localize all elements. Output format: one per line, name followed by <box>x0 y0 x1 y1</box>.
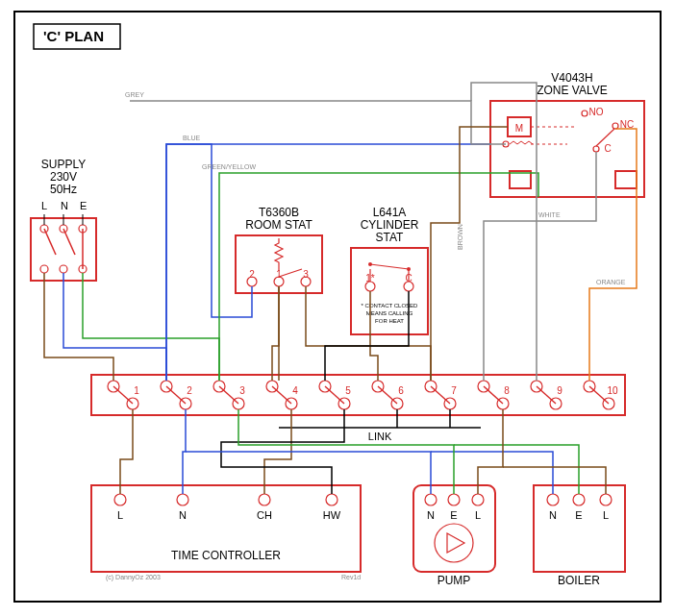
svg-point-110 <box>600 494 612 505</box>
svg-text:2: 2 <box>249 269 255 280</box>
svg-point-39 <box>612 123 618 129</box>
copyright-text: (c) DannyOz 2003 <box>106 574 161 581</box>
svg-text:1: 1 <box>276 269 282 280</box>
svg-point-103 <box>472 494 484 505</box>
supply-label: SUPPLY <box>41 158 86 171</box>
cyl-stat-label2: STAT <box>376 231 405 244</box>
svg-text:BROWN: BROWN <box>457 224 463 250</box>
room-stat-label: ROOM STAT <box>245 218 312 232</box>
svg-text:N: N <box>179 509 187 521</box>
boiler-label: BOILER <box>558 574 600 587</box>
svg-text:MEANS CALLING: MEANS CALLING <box>366 310 413 316</box>
svg-text:N: N <box>549 509 557 521</box>
svg-text:E: E <box>575 509 582 521</box>
svg-rect-46 <box>91 375 625 415</box>
svg-text:M: M <box>515 123 523 134</box>
svg-text:L: L <box>475 509 481 521</box>
svg-text:L: L <box>603 509 609 521</box>
svg-text:GREY: GREY <box>125 91 144 98</box>
svg-point-94 <box>259 494 270 505</box>
diagram-title: 'C' PLAN <box>43 28 104 44</box>
link-label: LINK <box>368 431 392 442</box>
svg-point-3 <box>40 265 48 273</box>
svg-text:3: 3 <box>303 269 309 280</box>
svg-text:FOR HEAT: FOR HEAT <box>375 318 404 324</box>
svg-point-101 <box>425 494 437 505</box>
svg-text:NO: NO <box>589 107 604 117</box>
zone-valve-model: V4043H <box>551 71 592 85</box>
svg-text:8: 8 <box>504 385 510 396</box>
svg-rect-45 <box>615 171 637 188</box>
svg-text:E: E <box>450 509 457 521</box>
svg-text:10: 10 <box>607 385 618 396</box>
svg-text:1: 1 <box>134 385 139 396</box>
svg-point-108 <box>547 494 559 505</box>
time-controller-block: L N CH HW TIME CONTROLLER <box>91 485 361 572</box>
room-stat-model: T6360B <box>259 206 299 219</box>
svg-text:C: C <box>604 143 611 154</box>
pump-block: N E L PUMP <box>413 485 495 587</box>
supply-block: SUPPLY 230V 50Hz L N E <box>31 158 96 281</box>
svg-point-4 <box>60 265 67 273</box>
svg-text:L: L <box>117 509 123 521</box>
pump-label: PUMP <box>438 574 471 587</box>
cylinder-stat-block: L641A CYLINDER STAT 1* C * CONTACT CLOSE… <box>351 206 428 334</box>
svg-text:WHITE: WHITE <box>538 211 561 218</box>
room-stat-block: T6360B ROOM STAT 2 1 3 <box>236 206 322 293</box>
wiring-diagram: 'C' PLAN SUPPLY 230V 50Hz L N E T6360B R… <box>0 0 675 616</box>
svg-text:5: 5 <box>345 385 351 396</box>
svg-point-41 <box>593 146 599 152</box>
wire-supply-l-t1 <box>44 273 113 381</box>
svg-point-109 <box>573 494 585 505</box>
zone-valve-block: V4043H ZONE VALVE M NO NC C <box>490 71 644 197</box>
svg-text:3: 3 <box>239 385 245 396</box>
supply-term-l: L <box>41 200 47 211</box>
revision-text: Rev1d <box>341 574 361 580</box>
svg-point-27 <box>368 262 372 266</box>
svg-text:N: N <box>427 509 435 521</box>
wire-supply-n-t2 <box>63 273 166 381</box>
svg-text:2: 2 <box>187 385 192 396</box>
cyl-stat-label: CYLINDER <box>361 218 419 232</box>
svg-point-102 <box>448 494 460 505</box>
svg-text:ORANGE: ORANGE <box>596 279 626 285</box>
terminal-strip <box>91 375 625 415</box>
svg-text:GREEN/YELLOW: GREEN/YELLOW <box>202 163 256 170</box>
svg-text:6: 6 <box>398 385 404 396</box>
supply-term-n: N <box>61 200 68 211</box>
cyl-stat-model: L641A <box>373 206 407 219</box>
time-controller-label: TIME CONTROLLER <box>171 549 281 562</box>
svg-text:4: 4 <box>292 385 298 396</box>
supply-hz: 50Hz <box>50 183 77 196</box>
svg-text:7: 7 <box>451 385 457 396</box>
svg-point-93 <box>177 494 188 505</box>
boiler-block: N E L BOILER <box>534 485 625 587</box>
svg-point-95 <box>326 494 338 505</box>
svg-text:BLUE: BLUE <box>183 135 201 141</box>
supply-term-e: E <box>80 200 87 211</box>
zone-valve-label: ZONE VALVE <box>537 84 608 97</box>
pump-icon <box>435 524 473 562</box>
supply-voltage: 230V <box>50 170 77 184</box>
svg-text:HW: HW <box>323 509 341 521</box>
svg-point-92 <box>114 494 126 505</box>
svg-text:CH: CH <box>257 509 272 521</box>
svg-point-28 <box>407 267 411 271</box>
wire-supply-e-t3 <box>83 273 219 381</box>
svg-text:9: 9 <box>557 385 562 396</box>
